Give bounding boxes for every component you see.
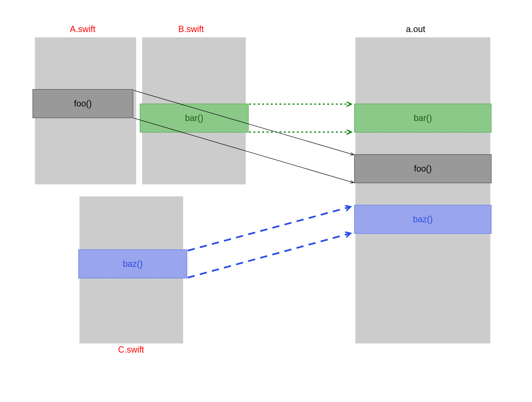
function-bar-output: bar() (354, 104, 492, 133)
function-bar-source-label: bar() (185, 113, 203, 123)
function-baz-source: baz() (78, 249, 187, 278)
function-bar-output-label: bar() (414, 113, 432, 123)
function-baz-output-label: baz() (413, 214, 433, 224)
file-c-label: C.swift (118, 345, 144, 355)
function-foo-source-label: foo() (74, 99, 92, 109)
output-label: a.out (406, 24, 425, 34)
function-foo-output: foo() (354, 154, 492, 183)
function-foo-source: foo() (33, 89, 133, 118)
arrow-baz-bottom (188, 233, 351, 278)
function-bar-source: bar() (140, 104, 249, 133)
output-box (355, 37, 490, 343)
compilation-diagram: A.swift B.swift C.swift a.out foo() bar(… (0, 0, 532, 402)
function-foo-output-label: foo() (414, 164, 432, 174)
function-baz-output: baz() (354, 205, 492, 234)
function-baz-source-label: baz() (123, 259, 143, 269)
arrow-baz-top (188, 207, 351, 251)
file-a-label: A.swift (70, 24, 95, 34)
file-b-label: B.swift (178, 24, 204, 34)
